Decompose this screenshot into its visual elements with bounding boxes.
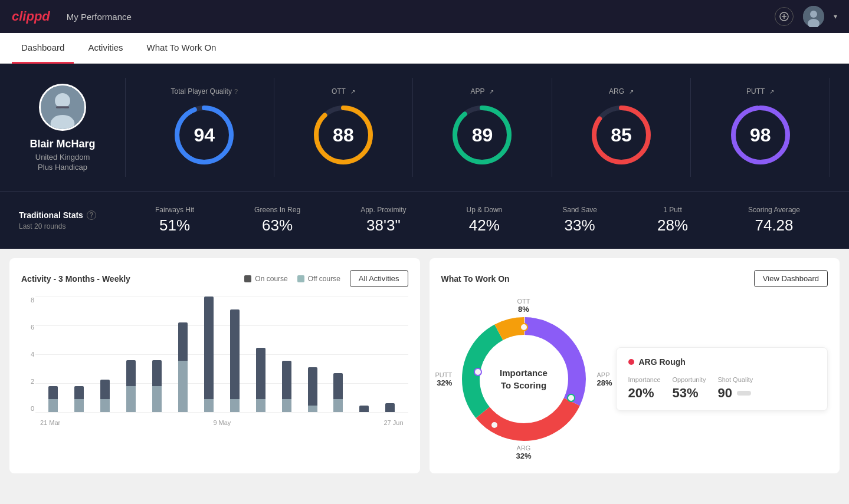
bars-container [35, 297, 408, 412]
putt-donut-label: PUTT 32% [435, 371, 453, 387]
app-donut-label: APP 28% [596, 371, 612, 387]
avatar[interactable] [803, 6, 824, 27]
off-course-bar [230, 399, 240, 412]
off-course-bar [74, 399, 84, 412]
tab-dashboard[interactable]: Dashboard [12, 33, 74, 64]
putt-trend: ↗ [769, 88, 774, 95]
svg-rect-9 [56, 106, 69, 108]
off-course-bar [308, 406, 317, 412]
app-trend: ↗ [489, 88, 494, 95]
player-avatar-img [41, 84, 84, 131]
y-label-0: 0 [21, 405, 34, 412]
off-course-bar [256, 399, 265, 412]
arg-trend: ↗ [629, 88, 634, 95]
work-header: What To Work On View Dashboard [441, 270, 828, 287]
app-card: APP ↗ 89 [413, 78, 552, 177]
legend-off-course-dot [297, 275, 304, 282]
off-course-bar [152, 386, 162, 412]
on-course-bar [308, 367, 317, 406]
app-value: 89 [472, 124, 493, 146]
view-dashboard-button[interactable]: View Dashboard [754, 270, 828, 287]
stats-bar: Traditional Stats ? Last 20 rounds Fairw… [0, 191, 849, 249]
ott-trend: ↗ [350, 88, 355, 95]
bar-group [204, 297, 214, 412]
work-title: What To Work On [441, 274, 510, 284]
stats-help-icon[interactable]: ? [87, 210, 96, 220]
stat-1putt: 1 Putt 28% [657, 206, 688, 235]
activity-header: Activity - 3 Months - Weekly On course O… [21, 270, 408, 287]
legend-on-course: On course [244, 275, 287, 283]
putt-ring: 98 [728, 103, 793, 167]
svg-point-27 [491, 421, 498, 429]
logo: clippd [12, 9, 50, 24]
on-course-bar [333, 373, 343, 399]
bottom-section: Activity - 3 Months - Weekly On course O… [0, 249, 849, 483]
player-quality-section: Blair McHarg United Kingdom Plus Handica… [0, 64, 849, 191]
bar-group [126, 360, 136, 412]
opportunity-metric: Opportunity 53% [673, 376, 706, 401]
off-course-bar [204, 399, 214, 412]
y-label-6: 6 [21, 324, 34, 331]
on-course-bar [256, 348, 265, 399]
player-info: Blair McHarg United Kingdom Plus Handica… [19, 84, 125, 172]
bar-group [178, 322, 188, 412]
on-course-bar [385, 403, 395, 412]
legend-off-course: Off course [297, 275, 340, 283]
plus-icon [779, 12, 789, 21]
avatar-chevron: ▾ [834, 12, 837, 21]
bar-group [333, 373, 343, 412]
stats-title: Traditional Stats ? [19, 210, 125, 220]
activity-card: Activity - 3 Months - Weekly On course O… [9, 258, 420, 473]
on-course-bar [282, 361, 291, 399]
x-label-mar: 21 Mar [40, 419, 60, 426]
player-country: United Kingdom [35, 153, 90, 162]
y-label-2: 2 [21, 378, 34, 385]
donut-center-text: ImportanceTo Scoring [500, 367, 548, 391]
on-course-bar [74, 386, 84, 399]
all-activities-button[interactable]: All Activities [350, 270, 408, 287]
off-course-bar [333, 399, 343, 412]
bar-group [230, 309, 240, 412]
stat-up-down: Up & Down 42% [467, 206, 503, 235]
grid-line-0 [35, 412, 408, 413]
bar-group [359, 406, 369, 412]
svg-point-4 [810, 11, 817, 18]
bar-group [256, 348, 265, 412]
tabs-bar: Dashboard Activities What To Work On [0, 33, 849, 64]
svg-point-7 [55, 93, 70, 108]
bar-group [100, 380, 110, 412]
bar-group [48, 386, 58, 412]
stats-label-section: Traditional Stats ? Last 20 rounds [19, 210, 125, 230]
activity-title: Activity - 3 Months - Weekly [21, 274, 130, 284]
add-button[interactable] [775, 7, 794, 26]
donut-center: ImportanceTo Scoring [500, 367, 548, 391]
ott-label: OTT ↗ [332, 87, 355, 95]
info-metrics: Importance 20% Opportunity 53% Shot Qual… [628, 376, 816, 401]
ott-value: 88 [333, 124, 354, 146]
tab-what-to-work-on[interactable]: What To Work On [137, 33, 226, 64]
on-course-bar [126, 360, 136, 386]
putt-value: 98 [750, 124, 771, 146]
off-course-bar [282, 399, 291, 412]
x-label-may: 9 May [213, 419, 231, 426]
off-course-bar [48, 399, 58, 412]
app-label: APP ↗ [470, 87, 494, 95]
donut-chart-wrapper: ImportanceTo Scoring OTT 8% APP 28% ARG … [441, 297, 607, 462]
y-label-8: 8 [21, 297, 34, 304]
header: clippd My Performance ▾ [0, 0, 849, 33]
on-course-bar [359, 406, 369, 412]
stat-scoring: Scoring Average 74.28 [748, 206, 800, 235]
arg-rough-card: ARG Rough Importance 20% Opportunity 53%… [616, 347, 828, 411]
y-label-4: 4 [21, 351, 34, 358]
avatar-icon [803, 6, 824, 27]
svg-point-26 [568, 394, 575, 401]
chart-legend: On course Off course [244, 275, 340, 283]
tab-activities[interactable]: Activities [78, 33, 132, 64]
help-icon[interactable]: ? [234, 88, 238, 95]
bar-group [385, 403, 395, 412]
arg-rough-dot [628, 359, 634, 365]
player-handicap: Plus Handicap [38, 163, 87, 172]
on-course-bar [178, 322, 188, 361]
activity-controls: On course Off course All Activities [244, 270, 408, 287]
on-course-bar [204, 297, 214, 399]
